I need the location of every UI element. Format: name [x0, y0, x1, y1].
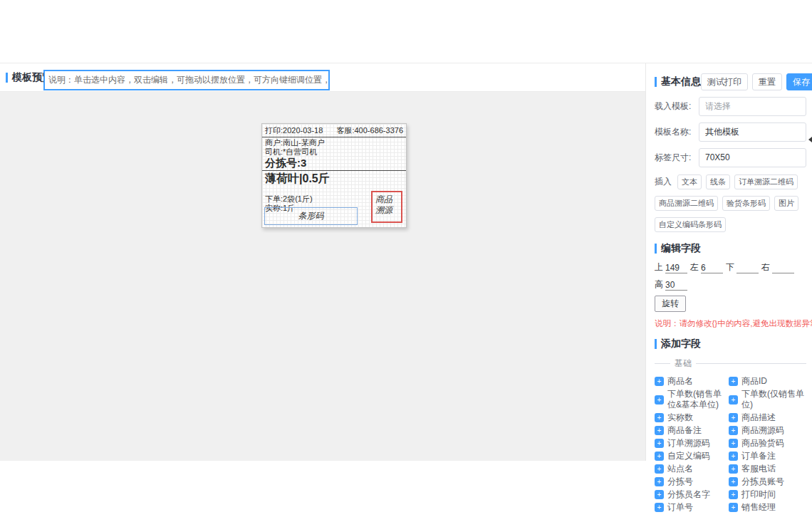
field-item[interactable]: + 实称数	[655, 412, 726, 423]
template-name-input[interactable]: 其他模板	[699, 122, 806, 142]
coord-label: 下	[726, 261, 734, 273]
label-merchant[interactable]: 商户:南山-某商户	[265, 138, 403, 147]
field-item[interactable]: + 自定义编码	[655, 451, 726, 461]
plus-icon[interactable]: +	[655, 503, 664, 512]
field-item[interactable]: + 分拣员账号	[729, 476, 806, 487]
plus-icon[interactable]: +	[729, 490, 738, 499]
field-item-label: 实称数	[667, 412, 693, 423]
insert-button[interactable]: 线条	[706, 174, 730, 189]
preview-region: 模板预览 说明：单击选中内容，双击编辑，可拖动以摆放位置，可方向键细调位置，可点…	[0, 63, 645, 461]
label-product-spec[interactable]: 薄荷叶|0.5斤	[265, 172, 403, 185]
plus-icon[interactable]: +	[729, 477, 738, 486]
label-service-phone[interactable]: 客服:400-686-3376	[336, 126, 403, 135]
plus-icon[interactable]: +	[729, 395, 738, 405]
coord-item: 左 6	[690, 261, 723, 273]
load-template-select[interactable]: 请选择	[699, 97, 806, 116]
field-item-label: 打印时间	[741, 489, 776, 500]
field-item[interactable]: + 分拣员名字	[655, 489, 726, 500]
label-driver[interactable]: 司机:*自营司机	[265, 147, 403, 157]
trace-qrcode-placeholder-selected[interactable]: 商品溯源	[371, 191, 402, 223]
plus-icon[interactable]: +	[655, 452, 664, 461]
field-item[interactable]: + 下单数(销售单位&基本单位)	[655, 389, 726, 410]
plus-icon[interactable]: +	[655, 377, 664, 386]
plus-icon[interactable]: +	[729, 503, 738, 512]
insert-button[interactable]: 自定义编码条形码	[655, 217, 726, 232]
content-area: 模板预览 说明：单击选中内容，双击编辑，可拖动以摆放位置，可方向键细调位置，可点…	[0, 63, 812, 460]
insert-button[interactable]: 文本	[677, 174, 702, 189]
field-item-label: 商品ID	[741, 376, 767, 387]
save-button[interactable]: 保存	[786, 73, 812, 90]
insert-button[interactable]: 图片	[774, 196, 798, 211]
plus-icon[interactable]: +	[655, 426, 664, 435]
plus-icon[interactable]: +	[729, 439, 738, 448]
plus-icon[interactable]: +	[729, 452, 738, 461]
load-template-row: 载入模板: 请选择	[655, 97, 806, 116]
coord-item: 下	[726, 261, 759, 273]
divider-line	[655, 363, 670, 364]
plus-icon[interactable]: +	[655, 464, 664, 474]
coord-label: 右	[761, 261, 770, 273]
plus-icon[interactable]: +	[729, 413, 738, 422]
field-item[interactable]: + 商品描述	[729, 412, 806, 423]
rotate-button[interactable]: 旋转	[655, 296, 686, 312]
insert-button[interactable]: 商品溯源二维码	[655, 196, 718, 211]
field-item[interactable]: + 商品名	[655, 376, 726, 387]
insert-button[interactable]: 订单溯源二维码	[734, 174, 798, 189]
coord-input[interactable]	[772, 263, 794, 273]
field-item[interactable]: + 商品溯源码	[729, 425, 806, 436]
edit-warning-note: 说明：请勿修改{}中的内容,避免出现数据异常	[655, 318, 806, 329]
field-item[interactable]: + 订单号	[655, 502, 726, 513]
test-print-button[interactable]: 测试打印	[701, 73, 748, 90]
field-item[interactable]: + 下单数(仅销售单位)	[729, 389, 806, 410]
field-item-label: 下单数(仅销售单位)	[741, 389, 806, 410]
group-divider-basic: 基础	[655, 358, 806, 370]
label-sorting-no[interactable]: 分拣号:3	[265, 157, 403, 169]
label-size-input[interactable]: 70X50	[699, 148, 806, 167]
field-item[interactable]: + 销售经理	[729, 502, 806, 513]
design-canvas[interactable]: 打印:2020-03-18 客服:400-686-3376 商户:南山-某商户 …	[0, 92, 645, 461]
plus-icon[interactable]: +	[655, 490, 664, 499]
plus-icon[interactable]: +	[655, 395, 664, 405]
add-fields-section: 添加字段 基础 + 商品名 +	[655, 338, 806, 513]
label-preview-card[interactable]: 打印:2020-03-18 客服:400-686-3376 商户:南山-某商户 …	[261, 123, 407, 228]
coord-input[interactable]: 6	[701, 263, 723, 273]
field-item[interactable]: + 分拣号	[655, 476, 726, 487]
plus-icon[interactable]: +	[655, 439, 664, 448]
coord-input[interactable]: 30	[665, 280, 687, 291]
field-item[interactable]: + 打印时间	[729, 489, 806, 500]
field-item-label: 订单溯源码	[667, 438, 710, 449]
plus-icon[interactable]: +	[655, 477, 664, 486]
title-accent-bar	[655, 244, 657, 254]
coord-label: 左	[690, 261, 699, 273]
field-item-label: 站点名	[667, 464, 693, 474]
field-item[interactable]: + 订单溯源码	[655, 438, 726, 449]
coord-item: 高 30	[655, 278, 687, 291]
plus-icon[interactable]: +	[729, 377, 738, 386]
field-item[interactable]: + 客服电话	[729, 464, 806, 474]
label-divider-line-2[interactable]	[262, 170, 406, 171]
label-print-date[interactable]: 打印:2020-03-18	[265, 126, 323, 135]
insert-button[interactable]: 验货条形码	[722, 196, 770, 211]
plus-icon[interactable]: +	[729, 426, 738, 435]
label-inner: 打印:2020-03-18 客服:400-686-3376 商户:南山-某商户 …	[262, 124, 406, 227]
field-item-label: 订单号	[667, 502, 693, 513]
coord-label: 上	[655, 261, 663, 273]
label-divider-line-1[interactable]	[262, 137, 406, 137]
field-item[interactable]: + 订单备注	[729, 451, 806, 461]
barcode-placeholder[interactable]: 条形码	[264, 207, 358, 225]
plus-icon[interactable]: +	[655, 413, 664, 422]
field-item[interactable]: + 商品备注	[655, 425, 726, 436]
label-size-label: 标签尺寸:	[655, 152, 699, 164]
field-item[interactable]: + 站点名	[655, 464, 726, 474]
field-item[interactable]: + 商品ID	[729, 376, 806, 387]
field-item-label: 客服电话	[741, 464, 776, 474]
edit-fields-title: 编辑字段	[655, 242, 701, 255]
add-fields-title-text: 添加字段	[661, 338, 701, 350]
reset-button[interactable]: 重置	[752, 73, 782, 90]
field-item[interactable]: + 商品验货码	[729, 438, 806, 449]
field-item-label: 自定义编码	[667, 451, 710, 461]
plus-icon[interactable]: +	[729, 464, 738, 474]
coord-input[interactable]	[736, 263, 759, 273]
coord-input[interactable]: 149	[665, 263, 687, 273]
title-accent-bar	[655, 339, 657, 349]
